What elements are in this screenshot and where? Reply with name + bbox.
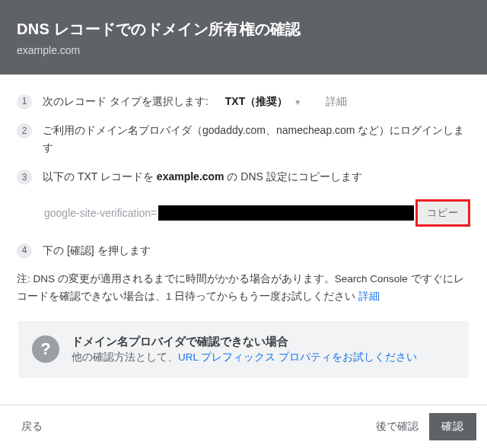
help-box: ? ドメイン名プロバイダで確認できない場合 他の確認方法として、URL プレフィ… (18, 321, 469, 378)
record-type-value: TXT（推奨） (225, 95, 288, 107)
txt-record-redacted (158, 205, 414, 221)
record-type-details-link[interactable]: 詳細 (326, 93, 347, 110)
chevron-down-icon: ▼ (294, 98, 301, 106)
step-2-text: ご利用のドメイン名プロバイダ（godaddy.com、namecheap.com… (43, 122, 470, 156)
confirm-button[interactable]: 確認 (429, 413, 476, 440)
step-2: 2 ご利用のドメイン名プロバイダ（godaddy.com、namecheap.c… (17, 122, 470, 156)
dialog-content: 1 次のレコード タイプを選択します: TXT（推奨） ▼ 詳細 2 ご利用のド… (0, 75, 487, 378)
copy-button[interactable]: コピー (418, 202, 468, 224)
step-3-domain: example.com (157, 170, 224, 183)
step-1-row: 次のレコード タイプを選択します: TXT（推奨） ▼ 詳細 (43, 93, 470, 110)
step-3-suffix: の DNS 設定にコピーします (224, 170, 362, 183)
step-number-badge: 1 (17, 94, 32, 110)
dns-note: 注: DNS の変更が適用されるまでに時間がかかる場合があります。Search … (17, 271, 470, 306)
help-title: ドメイン名プロバイダで確認できない場合 (72, 335, 417, 349)
step-1-label: 次のレコード タイプを選択します: (43, 93, 208, 110)
step-4-text: 下の [確認] を押します (43, 242, 470, 259)
txt-record-field[interactable]: google-site-verification= (43, 199, 414, 227)
step-3: 3 以下の TXT レコードを example.com の DNS 設定にコピー… (17, 168, 470, 185)
txt-record-row: google-site-verification= コピー (43, 199, 470, 227)
header-domain: example.com (17, 44, 470, 56)
dialog-title: DNS レコードでのドメイン所有権の確認 (17, 19, 470, 40)
help-text: ドメイン名プロバイダで確認できない場合 他の確認方法として、URL プレフィック… (72, 335, 417, 364)
help-sub: 他の確認方法として、URL プレフィックス プロパティをお試しください (72, 351, 417, 364)
step-3-prefix: 以下の TXT レコードを (43, 170, 157, 183)
txt-record-prefix: google-site-verification= (43, 207, 157, 219)
question-icon: ? (32, 335, 59, 363)
copy-highlight-box: コピー (415, 199, 470, 227)
step-1: 1 次のレコード タイプを選択します: TXT（推奨） ▼ 詳細 (17, 93, 470, 110)
record-type-dropdown[interactable]: TXT（推奨） ▼ (225, 93, 315, 110)
help-url-prefix-link[interactable]: URL プレフィックス プロパティをお試しください (178, 351, 417, 363)
later-button[interactable]: 後で確認 (365, 414, 429, 440)
dns-note-text: 注: DNS の変更が適用されるまでに時間がかかる場合があります。Search … (17, 273, 464, 302)
dialog-header: DNS レコードでのドメイン所有権の確認 example.com (0, 0, 487, 75)
step-number-badge: 3 (17, 170, 32, 185)
step-4: 4 下の [確認] を押します (17, 242, 470, 259)
dns-note-details-link[interactable]: 詳細 (358, 291, 380, 302)
step-number-badge: 2 (17, 123, 32, 138)
help-sub-prefix: 他の確認方法として、 (72, 351, 178, 363)
step-3-text: 以下の TXT レコードを example.com の DNS 設定にコピーしま… (43, 168, 470, 185)
dialog-footer: 戻る 後で確認 確認 (0, 405, 487, 448)
step-number-badge: 4 (17, 243, 32, 259)
back-button[interactable]: 戻る (11, 414, 53, 440)
